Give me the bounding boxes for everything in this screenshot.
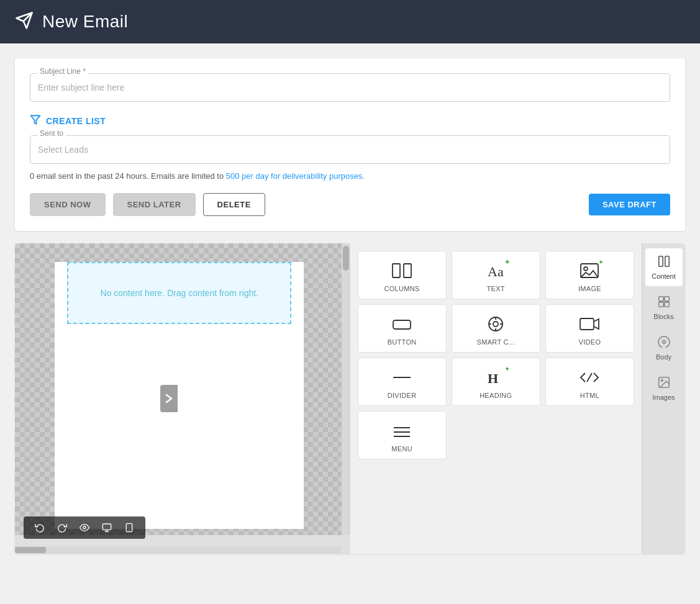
vertical-scrollbar[interactable] xyxy=(342,243,350,535)
smart-content-icon xyxy=(484,313,507,335)
svg-point-36 xyxy=(661,379,663,381)
create-list-button[interactable]: CREATE LIST xyxy=(46,116,106,126)
mobile-view-button[interactable] xyxy=(120,520,138,535)
info-text: 0 email sent in the past 24 hours. Email… xyxy=(30,171,670,181)
main-content: Subject Line * CREATE LIST Sent to 0 ema… xyxy=(0,43,700,569)
images-tab-icon xyxy=(657,376,671,392)
email-content-area: No content here. Drag content from right… xyxy=(55,262,304,529)
text-icon: Aa ✦ xyxy=(484,260,507,281)
svg-text:Aa: Aa xyxy=(488,264,504,279)
app-header: New Email xyxy=(0,0,700,43)
preview-button[interactable] xyxy=(76,520,93,535)
heading-label: HEADING xyxy=(480,392,512,399)
ai-badge-image: ✦ xyxy=(598,259,604,266)
block-columns[interactable]: COLUMNS xyxy=(358,251,447,299)
divider-icon xyxy=(390,367,414,388)
action-buttons-row: SEND NOW SEND LATER DELETE SAVE DRAFT xyxy=(30,193,670,216)
filter-icon xyxy=(30,114,41,128)
block-image[interactable]: ✦ IMAGE xyxy=(545,251,634,299)
sent-to-label: Sent to xyxy=(37,129,66,138)
svg-point-34 xyxy=(661,340,666,344)
html-icon xyxy=(578,367,601,388)
button-icon xyxy=(390,313,414,335)
content-panel: COLUMNS Aa ✦ TEXT xyxy=(350,243,642,554)
svg-rect-30 xyxy=(658,297,663,301)
tab-body[interactable]: Body xyxy=(645,329,683,367)
ai-badge-text: ✦ xyxy=(504,259,510,266)
subject-line-input[interactable] xyxy=(30,73,670,102)
sent-to-input[interactable] xyxy=(30,135,670,164)
redo-button[interactable] xyxy=(53,520,71,535)
columns-label: COLUMNS xyxy=(384,285,420,292)
drop-zone[interactable]: No content here. Drag content from right… xyxy=(67,262,291,324)
send-later-button[interactable]: SEND LATER xyxy=(113,193,196,216)
hscroll-thumb xyxy=(15,547,46,553)
svg-rect-4 xyxy=(102,524,111,530)
content-tab-icon xyxy=(657,255,671,271)
image-label: IMAGE xyxy=(578,285,601,292)
canvas-area: No content here. Drag content from right… xyxy=(15,243,350,554)
image-icon: ✦ xyxy=(578,260,601,281)
horizontal-scrollbar[interactable] xyxy=(15,546,342,554)
tab-images[interactable]: Images xyxy=(645,369,683,407)
menu-icon xyxy=(390,420,414,441)
body-tab-label: Body xyxy=(656,353,671,361)
text-label: TEXT xyxy=(487,285,505,292)
images-tab-label: Images xyxy=(652,394,675,401)
panel-toggle-button[interactable] xyxy=(160,385,178,412)
svg-text:H: H xyxy=(488,371,498,386)
canvas-toolbar xyxy=(24,516,145,539)
html-label: HTML xyxy=(580,392,599,399)
svg-rect-29 xyxy=(665,256,668,267)
svg-rect-31 xyxy=(664,297,668,301)
block-html[interactable]: HTML xyxy=(545,358,634,406)
send-now-button[interactable]: SEND NOW xyxy=(30,193,106,216)
video-label: VIDEO xyxy=(579,338,601,346)
desktop-view-button[interactable] xyxy=(98,520,116,535)
svg-rect-28 xyxy=(658,256,662,267)
blocks-grid: COLUMNS Aa ✦ TEXT xyxy=(358,251,635,459)
svg-rect-33 xyxy=(664,302,668,307)
content-tab-label: Content xyxy=(652,273,676,280)
create-list-row: CREATE LIST xyxy=(30,114,670,128)
panel-tabs: Content Blocks xyxy=(642,243,685,554)
undo-button[interactable] xyxy=(31,520,48,535)
block-menu[interactable]: MENU xyxy=(358,411,447,459)
block-heading[interactable]: H ✦ HEADING xyxy=(452,358,540,406)
delete-button[interactable]: DELETE xyxy=(203,193,265,216)
scroll-thumb xyxy=(343,246,349,271)
smart-content-label: SMART C... xyxy=(477,338,515,346)
svg-marker-2 xyxy=(31,115,40,124)
form-card: Subject Line * CREATE LIST Sent to 0 ema… xyxy=(15,58,685,231)
video-icon xyxy=(578,313,601,335)
block-button[interactable]: BUTTON xyxy=(358,304,447,353)
menu-label: MENU xyxy=(391,445,412,453)
page-title: New Email xyxy=(42,12,128,32)
drop-zone-text: No content here. Drag content from right… xyxy=(101,288,258,298)
ai-badge-heading: ✦ xyxy=(504,366,510,372)
email-builder-card: No content here. Drag content from right… xyxy=(15,243,685,554)
svg-rect-10 xyxy=(404,264,411,277)
body-tab-icon xyxy=(657,335,671,351)
block-text[interactable]: Aa ✦ TEXT xyxy=(452,251,540,299)
blocks-tab-label: Blocks xyxy=(653,313,673,320)
tab-blocks[interactable]: Blocks xyxy=(645,289,683,327)
divider-label: DIVIDER xyxy=(388,392,417,399)
send-icon xyxy=(15,11,34,32)
button-label: BUTTON xyxy=(388,338,417,346)
block-smart-content[interactable]: SMART C... xyxy=(452,304,540,353)
heading-icon: H ✦ xyxy=(484,367,507,388)
sent-to-wrapper: Sent to xyxy=(30,135,670,164)
svg-rect-21 xyxy=(580,318,594,330)
blocks-tab-icon xyxy=(657,295,671,311)
canvas-background: No content here. Drag content from right… xyxy=(15,243,350,535)
block-video[interactable]: VIDEO xyxy=(545,304,634,353)
svg-point-16 xyxy=(493,322,498,327)
block-divider[interactable]: DIVIDER xyxy=(358,358,447,406)
columns-icon xyxy=(390,260,414,281)
save-draft-button[interactable]: SAVE DRAFT xyxy=(589,194,670,215)
subject-line-label: Subject Line * xyxy=(37,67,88,76)
subject-line-wrapper: Subject Line * xyxy=(30,73,670,102)
tab-content[interactable]: Content xyxy=(645,248,683,286)
svg-line-24 xyxy=(587,373,592,382)
